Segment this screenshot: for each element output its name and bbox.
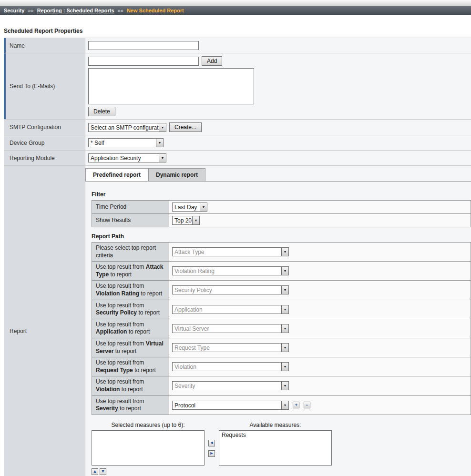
send-to-content: Add Delete [85, 53, 471, 119]
report-path-select-7[interactable]: Severity ▼ [172, 381, 289, 390]
report-path-row-value: Attack Type ▼ [169, 243, 471, 262]
show-results-value: Top 20 ▼ [169, 214, 471, 227]
minus-icon: − [306, 403, 308, 407]
device-group-row: Device Group * Self ▼ [4, 135, 471, 151]
breadcrumb-security[interactable]: Security [4, 8, 24, 13]
chevron-down-icon: ▼ [281, 382, 288, 390]
move-up-button[interactable]: ▲ [92, 468, 98, 475]
use-prefix-text: Use top result from [96, 378, 144, 385]
available-measures-label: Available measures: [219, 422, 332, 428]
remove-report-level-button[interactable]: − [304, 402, 310, 408]
send-to-label: Send To (E-Mails) [4, 53, 85, 119]
smtp-configuration-select[interactable]: Select an SMTP configuration ▼ [88, 123, 166, 132]
report-path-select-0[interactable]: Attack Type ▼ [172, 247, 289, 256]
send-to-row: Send To (E-Mails) Add Delete [4, 53, 471, 120]
available-measures-column: Available measures: Requests [219, 422, 332, 475]
use-suffix-text: to report [115, 348, 137, 354]
report-path-selected-value: Violation [173, 363, 281, 371]
time-period-label-text: Time Period [96, 203, 126, 210]
report-row: Report Predefined report Dynamic report … [4, 166, 471, 476]
chevron-down-icon: ▼ [281, 363, 288, 371]
device-group-select[interactable]: * Self ▼ [88, 138, 164, 147]
use-bold-text: Violation Rating [96, 290, 139, 297]
email-input[interactable] [88, 57, 199, 66]
name-input[interactable] [88, 41, 199, 50]
time-period-label: Time Period [92, 201, 169, 214]
list-item[interactable]: Requests [219, 431, 331, 439]
report-tabs: Predefined report Dynamic report [85, 166, 471, 182]
report-path-row: Use top result from Violation Rating to … [92, 281, 471, 300]
reporting-module-selected-value: Application Security [89, 154, 159, 162]
selected-measures-listbox[interactable] [92, 430, 205, 466]
chevron-down-icon: ▼ [192, 216, 199, 224]
report-path-row-label: Use top result from Security Policy to r… [92, 300, 169, 319]
report-path-selected-value: Application [173, 305, 281, 314]
move-to-available-button[interactable]: ► [208, 450, 215, 457]
breadcrumb-link-scheduled-reports[interactable]: Reporting : Scheduled Reports [37, 8, 114, 13]
show-results-label-text: Show Results [96, 217, 131, 223]
use-prefix-text: Use top result from [96, 263, 144, 270]
report-path-row: Use top result from Application to repor… [92, 319, 471, 338]
delete-button[interactable]: Delete [88, 107, 115, 116]
name-content [85, 38, 471, 53]
add-report-level-button[interactable]: + [293, 402, 299, 408]
show-results-select[interactable]: Top 20 ▼ [172, 216, 200, 225]
use-prefix-text: Use top result from [96, 283, 144, 289]
device-group-label-text: Device Group [10, 140, 44, 146]
breadcrumb: Security »» Reporting : Scheduled Report… [0, 6, 471, 15]
chevron-down-icon: ▼ [200, 203, 207, 211]
measures-picker: Selected measures (up to 6): ▲ ▼ [92, 422, 471, 475]
email-listbox[interactable] [88, 68, 254, 104]
reporting-module-label: Reporting Module [4, 151, 85, 165]
chevron-down-icon: ▼ [281, 344, 288, 352]
time-period-select[interactable]: Last Day ▼ [172, 203, 207, 212]
report-path-row-label-text: Please select top report criteria [96, 244, 156, 259]
use-bold-text: Application [96, 328, 127, 335]
add-button[interactable]: Add [202, 56, 222, 66]
move-to-selected-button[interactable]: ◄ [208, 440, 215, 446]
reporting-module-select[interactable]: Application Security ▼ [88, 153, 166, 162]
smtp-content: Select an SMTP configuration ▼ Create... [85, 120, 471, 135]
page-title: Scheduled Report Properties [4, 28, 471, 34]
move-down-button[interactable]: ▼ [100, 468, 106, 475]
report-path-row: Use top result from Request Type to repo… [92, 357, 471, 376]
use-suffix-text: to report [110, 271, 132, 278]
report-content: Predefined report Dynamic report Filter … [85, 166, 471, 476]
report-path-row-value: Protocol ▼ + − [169, 395, 471, 415]
report-path-select-4[interactable]: Virtual Server ▼ [172, 324, 289, 333]
report-path-select-1[interactable]: Violation Rating ▼ [172, 266, 289, 275]
report-path-select-3[interactable]: Application ▼ [172, 305, 289, 314]
chevron-down-icon: ▼ [281, 401, 288, 409]
report-path-row-label: Use top result from Violation Rating to … [92, 281, 169, 300]
report-path-select-8[interactable]: Protocol ▼ [172, 401, 289, 410]
report-path-selected-value: Attack Type [173, 248, 281, 256]
report-path-selected-value: Security Policy [173, 286, 281, 294]
report-path-row: Use top result from Violation to report … [92, 376, 471, 395]
reporting-module-row: Reporting Module Application Security ▼ [4, 151, 471, 166]
smtp-row: SMTP Configuration Select an SMTP config… [4, 120, 471, 135]
tab-dynamic-report[interactable]: Dynamic report [148, 168, 205, 181]
use-prefix-text: Use top result from [96, 321, 144, 328]
report-path-row-label: Use top result from Request Type to repo… [92, 357, 169, 376]
report-path-row-value: Application ▼ [169, 300, 471, 319]
device-group-selected-value: * Self [89, 139, 156, 147]
report-path-select-6[interactable]: Violation ▼ [172, 362, 289, 371]
device-group-label: Device Group [4, 135, 85, 150]
right-arrow-icon: ► [210, 451, 214, 456]
down-arrow-icon: ▼ [101, 469, 105, 474]
send-to-label-text: Send To (E-Mails) [10, 83, 55, 90]
use-prefix-text: Use top result from [96, 359, 144, 366]
report-label-text: Report [10, 328, 27, 334]
report-path-row-value: Violation Rating ▼ [169, 262, 471, 281]
chevron-down-icon: ▼ [281, 324, 288, 333]
create-smtp-button[interactable]: Create... [169, 122, 202, 132]
report-label: Report [4, 166, 85, 476]
report-path-select-2[interactable]: Security Policy ▼ [172, 285, 289, 294]
available-measures-listbox[interactable]: Requests [219, 430, 332, 466]
report-path-select-5[interactable]: Request Type ▼ [172, 343, 289, 352]
up-arrow-icon: ▲ [93, 469, 97, 474]
tab-predefined-report[interactable]: Predefined report [85, 168, 148, 181]
show-results-selected-value: Top 20 [173, 216, 192, 224]
report-path-row-value: Violation ▼ [169, 357, 471, 376]
use-bold-text: Security Policy [96, 309, 137, 316]
